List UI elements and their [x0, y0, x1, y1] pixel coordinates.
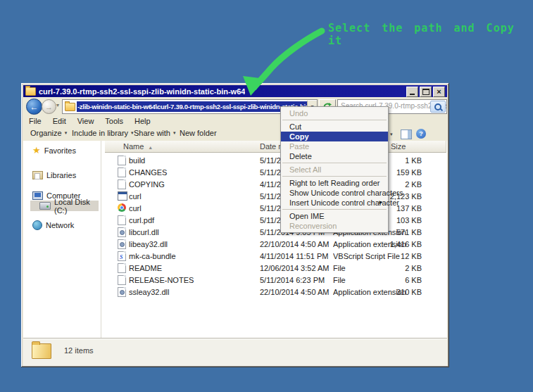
folder-icon	[65, 103, 75, 111]
new-folder-button[interactable]: New folder	[180, 129, 217, 137]
preview-pane-button[interactable]	[401, 129, 412, 139]
file-icon	[118, 263, 126, 273]
menu-view[interactable]: View	[77, 117, 94, 125]
search-button[interactable]	[430, 101, 446, 113]
file-row[interactable]: libcurl.dll5/11/2014 9:05 PMApplication …	[101, 227, 446, 239]
file-name: CHANGES	[129, 168, 256, 177]
file-size: 310 KB	[365, 288, 422, 296]
context-menu-item-rtl-reading-order[interactable]: Right to left Reading order	[281, 178, 388, 188]
context-menu-item-insert-unicode-char[interactable]: Insert Unicode control character►	[281, 198, 388, 208]
context-menu-item-undo: Undo	[281, 108, 388, 118]
file-icon	[118, 287, 126, 297]
menu-file[interactable]: File	[29, 117, 42, 125]
back-button[interactable]: ←	[26, 99, 42, 115]
column-header-name[interactable]: Name▲	[105, 141, 275, 153]
file-size: 12 KB	[365, 252, 422, 260]
context-menu-item-open-ime[interactable]: Open IME	[281, 211, 388, 221]
desktop-background: Select the path and Copy it curl-7.39.0-…	[0, 0, 533, 392]
minimize-icon	[410, 94, 415, 95]
file-icon	[118, 227, 126, 237]
file-row[interactable]: CHANGES5/11/201159 KB	[101, 167, 446, 179]
magnifier-icon	[434, 103, 441, 110]
libraries-icon	[32, 171, 43, 179]
column-header-label: Name	[123, 142, 144, 151]
hard-disk-icon	[39, 202, 51, 210]
title-bar[interactable]: curl-7.39.0-rtmp-ssh2-ssl-sspi-zlib-wini…	[23, 85, 447, 97]
sidebar-item-label: Favorites	[44, 146, 76, 155]
forward-button[interactable]: →	[42, 99, 56, 114]
file-row[interactable]: build5/11/2011 KB	[101, 155, 446, 167]
column-header-blank	[426, 141, 446, 153]
context-menu-item-copy[interactable]: Copy	[281, 132, 388, 141]
address-path-selected[interactable]: -zlib-winidn-static-bin-w64\curl-7.39.0-…	[77, 101, 307, 112]
file-row[interactable]: mk-ca-bundle4/11/2014 11:51 PMVBScript S…	[101, 251, 446, 263]
new-folder-label: New folder	[180, 129, 217, 137]
file-icon	[118, 191, 127, 201]
file-icon	[118, 215, 126, 225]
file-row[interactable]: README12/06/2014 3:52 AMFile2 KB	[101, 263, 446, 274]
chevron-down-icon: ▾	[65, 130, 68, 136]
menu-tools[interactable]: Tools	[105, 117, 123, 125]
menu-separator	[282, 120, 387, 120]
close-button[interactable]: ×	[433, 87, 445, 97]
file-name: curl	[129, 192, 256, 201]
file-row[interactable]: curl.pdf5/11/201103 KB	[101, 215, 446, 227]
file-date: 22/10/2014 4:50 AM	[260, 240, 343, 248]
sort-ascending-icon: ▲	[148, 145, 153, 150]
computer-icon	[32, 191, 43, 200]
minimize-button[interactable]	[406, 87, 418, 97]
share-with-button[interactable]: Share with▾	[134, 129, 176, 137]
file-row[interactable]: libeay32.dll22/10/2014 4:50 AMApplicatio…	[101, 239, 446, 251]
file-name: RELEASE-NOTES	[129, 276, 256, 284]
menu-edit[interactable]: Edit	[53, 117, 66, 125]
items-count: 12 items	[64, 346, 94, 355]
chevron-down-icon[interactable]: ▾	[390, 132, 393, 137]
folder-icon	[25, 87, 36, 96]
sidebar-item-favorites[interactable]: ★Favorites	[32, 145, 76, 156]
context-menu-item-delete[interactable]: Delete	[281, 151, 388, 161]
close-icon: ×	[437, 88, 441, 96]
file-icon	[118, 179, 126, 189]
column-headers: Name▲ Date modified Size	[101, 141, 446, 153]
file-name: COPYING	[129, 180, 256, 189]
sidebar-item-libraries[interactable]: Libraries	[32, 170, 76, 180]
share-with-label: Share with	[134, 129, 170, 137]
recent-pages-chevron-icon[interactable]: ▾	[56, 102, 59, 108]
network-globe-icon	[32, 220, 42, 230]
organize-label: Organize	[30, 129, 62, 137]
column-header-size[interactable]: Size	[387, 141, 427, 153]
organize-button[interactable]: Organize▾	[30, 129, 67, 137]
context-menu: Undo Cut Copy Paste Delete Select All Ri…	[280, 106, 389, 233]
file-name: libeay32.dll	[129, 240, 256, 248]
context-menu-item-reconversion: Reconversion	[281, 221, 388, 231]
sidebar-item-network[interactable]: Network	[32, 220, 74, 230]
file-name: ssleay32.dll	[129, 288, 256, 296]
sidebar-item-local-disk-c[interactable]: Local Disk (C:)	[39, 201, 101, 211]
include-in-library-label: Include in library	[72, 129, 128, 137]
include-in-library-button[interactable]: Include in library▾	[72, 129, 134, 137]
arrow-left-icon: ←	[30, 102, 39, 112]
sidebar-item-label: Local Disk (C:)	[54, 198, 101, 215]
navigation-pane: ★Favorites Libraries Computer Local Disk…	[23, 141, 101, 338]
file-date: 22/10/2014 4:50 AM	[260, 288, 343, 296]
help-button[interactable]: ?	[416, 129, 426, 139]
menu-separator	[282, 209, 387, 210]
submenu-arrow-icon: ►	[378, 198, 384, 208]
menu-separator	[282, 176, 387, 177]
file-size: 1,416 KB	[365, 240, 422, 248]
window-controls: ×	[406, 87, 445, 97]
context-menu-item-cut[interactable]: Cut	[281, 122, 388, 132]
column-header-label: Size	[391, 142, 406, 151]
menu-help[interactable]: Help	[134, 117, 151, 125]
maximize-icon	[422, 89, 429, 95]
file-row[interactable]: RELEASE-NOTES5/11/2014 6:23 PMFile6 KB	[101, 274, 446, 286]
file-name: build	[129, 156, 256, 165]
file-size: 6 KB	[365, 276, 422, 284]
context-menu-item-show-unicode-chars[interactable]: Show Unicode control characters	[281, 188, 388, 198]
address-bar[interactable]: -zlib-winidn-static-bin-w64\curl-7.39.0-…	[62, 99, 318, 114]
maximize-button[interactable]	[420, 87, 432, 97]
star-icon: ★	[32, 146, 41, 155]
file-list: build5/11/2011 KB CHANGES5/11/201159 KB …	[101, 155, 446, 298]
file-row[interactable]: ssleay32.dll22/10/2014 4:50 AMApplicatio…	[101, 286, 446, 298]
file-name: curl	[129, 204, 256, 213]
